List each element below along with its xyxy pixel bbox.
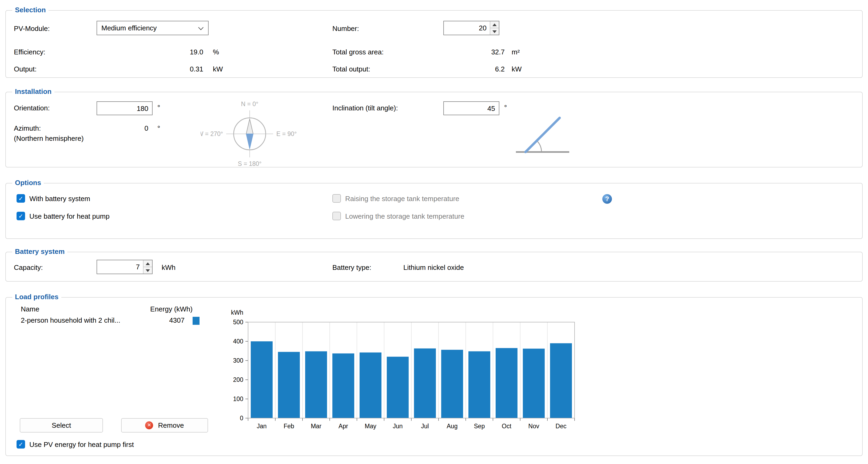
capacity-unit: kWh <box>162 264 176 272</box>
total-gross-area-unit: m² <box>512 48 520 56</box>
options-legend: Options <box>12 179 44 187</box>
battery-system-legend: Battery system <box>12 247 67 255</box>
compass-needle-north <box>246 119 253 134</box>
chevron-down-icon <box>198 25 204 30</box>
compass-diagram: N = 0° W = 270° E = 90° S = 180° <box>200 95 299 170</box>
orientation-input[interactable]: 180 <box>97 101 153 115</box>
capacity-spinner[interactable]: 7 <box>97 260 153 274</box>
installation-legend: Installation <box>12 88 54 95</box>
compass-south-label: S = 180° <box>238 160 261 167</box>
orientation-unit: ° <box>157 103 160 112</box>
inclination-input[interactable]: 45 <box>443 101 499 115</box>
up-arrow-icon <box>492 23 497 26</box>
spin-up-button[interactable] <box>144 260 152 267</box>
name-column-header: Name <box>21 305 39 313</box>
installation-group: Installation Orientation: 180 ° Azimuth:… <box>5 92 863 167</box>
tilt-panel-line <box>526 118 560 152</box>
compass-north-label: N = 0° <box>241 100 258 107</box>
lowering-tank-temp-label: Lowering the storage tank temperature <box>345 212 464 220</box>
down-arrow-icon <box>146 269 150 272</box>
svg-text:Jan: Jan <box>257 423 267 430</box>
battery-type-value: Lithium nickel oxide <box>403 264 464 272</box>
battery-for-heat-pump-checkbox[interactable]: ✓ Use battery for heat pump <box>17 212 110 220</box>
efficiency-value: 19.0 <box>150 48 203 56</box>
orientation-label: Orientation: <box>14 104 50 112</box>
inclination-unit: ° <box>504 103 507 112</box>
spin-down-button[interactable] <box>144 267 152 274</box>
with-battery-label: With battery system <box>29 194 90 203</box>
spin-down-button[interactable] <box>490 28 499 35</box>
svg-text:500: 500 <box>233 319 243 326</box>
spin-up-button[interactable] <box>490 21 499 28</box>
pv-first-label: Use PV energy for heat pump first <box>29 440 134 448</box>
selection-legend: Selection <box>12 6 49 14</box>
selection-group: Selection PV-Module: Medium efficiency N… <box>5 10 863 78</box>
svg-text:kWh: kWh <box>231 309 243 316</box>
help-icon[interactable]: ? <box>602 194 612 204</box>
load-profiles-group: Load profiles Name Energy (kWh) 2-person… <box>5 297 863 456</box>
pv-module-dropdown[interactable]: Medium efficiency <box>97 21 209 35</box>
total-output-value: 6.2 <box>451 65 505 73</box>
down-arrow-icon <box>492 30 497 33</box>
efficiency-label: Efficiency: <box>14 48 45 56</box>
tilt-angle-diagram <box>514 111 574 161</box>
capacity-label: Capacity: <box>14 264 43 272</box>
profile-energy[interactable]: 4307 <box>131 316 185 324</box>
number-label: Number: <box>332 25 359 33</box>
svg-text:400: 400 <box>233 338 243 345</box>
svg-text:Apr: Apr <box>339 423 348 430</box>
svg-text:0: 0 <box>240 415 243 422</box>
raising-tank-temp-label: Raising the storage tank temperature <box>345 194 459 203</box>
compass-west-label: W = 270° <box>200 130 223 137</box>
options-group: Options ✓ With battery system ✓ Use batt… <box>5 183 863 239</box>
output-label: Output: <box>14 65 36 73</box>
svg-text:200: 200 <box>233 376 243 383</box>
number-spinner[interactable]: 20 <box>443 21 499 35</box>
profile-color-swatch <box>193 317 199 325</box>
profile-name[interactable]: 2-person household with 2 chil... <box>21 316 120 324</box>
svg-text:Sep: Sep <box>474 423 485 430</box>
svg-text:Oct: Oct <box>502 423 512 430</box>
checkbox-unchecked-icon <box>332 212 341 220</box>
svg-text:May: May <box>365 423 376 430</box>
pv-module-value: Medium efficiency <box>101 24 157 32</box>
inclination-value: 45 <box>487 104 495 112</box>
svg-text:Jun: Jun <box>393 423 403 430</box>
number-value: 20 <box>479 21 487 35</box>
total-output-unit: kW <box>512 65 522 73</box>
svg-text:Dec: Dec <box>556 423 566 430</box>
remove-button-label: Remove <box>158 421 184 429</box>
azimuth-value: 0 <box>97 124 148 132</box>
checkbox-checked-icon: ✓ <box>17 212 25 220</box>
pv-first-checkbox[interactable]: ✓ Use PV energy for heat pump first <box>17 440 134 448</box>
with-battery-checkbox[interactable]: ✓ With battery system <box>17 194 90 203</box>
remove-icon: ✕ <box>145 421 153 429</box>
inclination-label: Inclination (tilt angle): <box>332 104 398 112</box>
select-button[interactable]: Select <box>20 418 103 433</box>
total-output-label: Total output: <box>332 65 370 73</box>
svg-text:100: 100 <box>233 396 243 402</box>
lowering-tank-temp-checkbox: Lowering the storage tank temperature <box>332 212 464 220</box>
battery-type-label: Battery type: <box>332 264 371 272</box>
remove-button[interactable]: ✕ Remove <box>121 418 208 433</box>
checkbox-checked-icon: ✓ <box>17 194 25 203</box>
orientation-value: 180 <box>137 104 148 112</box>
load-profile-chart: 0100200300400500JanFebMarAprMayJunJulAug… <box>226 306 588 433</box>
up-arrow-icon <box>146 262 150 265</box>
checkbox-checked-icon: ✓ <box>17 440 25 448</box>
capacity-value: 7 <box>136 260 140 274</box>
pv-module-label: PV-Module: <box>14 25 50 33</box>
svg-text:300: 300 <box>233 357 243 364</box>
svg-text:Feb: Feb <box>284 423 294 430</box>
svg-text:Mar: Mar <box>311 423 321 430</box>
select-button-label: Select <box>52 421 71 429</box>
spinner-buttons <box>490 21 499 35</box>
svg-text:Jul: Jul <box>421 423 429 430</box>
azimuth-label: Azimuth: <box>14 124 41 132</box>
spinner-buttons <box>143 260 152 274</box>
efficiency-unit: % <box>213 48 219 56</box>
battery-for-heat-pump-label: Use battery for heat pump <box>29 212 110 220</box>
total-gross-area-label: Total gross area: <box>332 48 383 56</box>
compass-needle-south <box>246 134 253 149</box>
azimuth-unit: ° <box>157 124 160 132</box>
